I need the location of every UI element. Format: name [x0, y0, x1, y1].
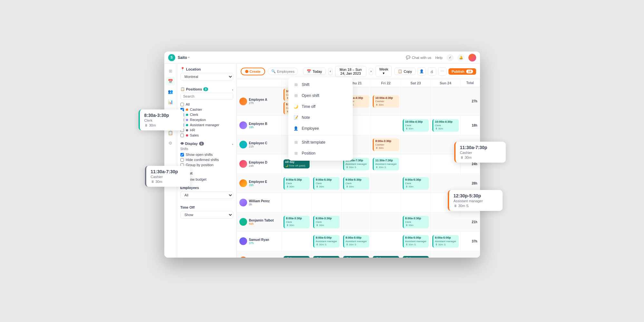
position-asst-manager[interactable]: Assistant manager [180, 122, 233, 128]
positions-toggle[interactable]: ▾ [232, 89, 233, 91]
shift-cell[interactable]: 11:30a-7:30p Assistant manager ⏸ 30m S [371, 155, 401, 174]
shift-cell[interactable] [401, 155, 431, 174]
shift-cell[interactable]: 8:00a-5:00p Assistant manager ⏸ 30m S [341, 232, 371, 251]
position-sales-check[interactable] [180, 134, 184, 137]
user-avatar[interactable] [468, 54, 476, 62]
shift-block[interactable]: 8:00a-3:30p Clerk ⏸ 30m [284, 216, 310, 228]
shift-block[interactable]: 8:00a-5:00p Assistant manager ⏸ 30m S [432, 235, 459, 247]
shift-block-timeoff[interactable]: All day 🌙 Time off (paid) [343, 256, 370, 258]
shift-block[interactable]: 10:00a-4:30p Clerk ⏸ 30m [432, 119, 459, 131]
shift-block[interactable]: 8:00a-3:30p Cashier ⏸ 30m [373, 138, 399, 151]
employees-filter-select[interactable]: All [180, 191, 233, 199]
shift-cell[interactable] [282, 232, 312, 251]
company-name[interactable]: Saito ▾ [178, 55, 189, 60]
nav-home[interactable]: ⊞ [166, 66, 175, 75]
shift-cell[interactable] [371, 174, 401, 193]
show-open-shifts[interactable]: Show open shifts [180, 152, 233, 157]
location-select[interactable]: Montreal [180, 73, 233, 80]
dropdown-time-off[interactable]: 🌙 Time off [288, 101, 353, 112]
help-button[interactable]: Help [435, 56, 443, 60]
dropdown-position[interactable]: ⊞ Position [288, 148, 353, 159]
shift-cell[interactable]: 9:00a-5:30p Clerk ⏸ 30m [341, 174, 371, 193]
shift-cell[interactable]: 8:00a-5:00p Assistant manager ⏸ 30m S [431, 232, 461, 251]
employees-search[interactable]: 🔍 Employees [268, 68, 298, 75]
position-all-check[interactable] [180, 103, 184, 106]
shift-cell[interactable] [401, 135, 431, 154]
shift-cell[interactable] [431, 213, 461, 232]
shift-cell[interactable]: All day 🌙 Time off (paid) [371, 251, 401, 258]
shift-cell[interactable] [371, 213, 401, 232]
shift-cell[interactable] [341, 193, 371, 212]
shift-cell[interactable]: 10:00a-4:30p Cashier ⏸ 30m [371, 87, 401, 116]
dropdown-shift[interactable]: ⊞ Shift [288, 79, 353, 90]
shift-block[interactable]: 8:00a-3:30p Clerk ⏸ 30m [403, 216, 429, 228]
create-button[interactable]: Create [241, 68, 265, 75]
position-reception[interactable]: Reception [180, 117, 233, 122]
shift-block[interactable]: 11:30a-7:30p Assistant manager ⏸ 30m S [373, 158, 399, 170]
shift-block[interactable]: 9:00a-5:30p Clerk ⏸ 30m [343, 177, 370, 189]
shift-block[interactable]: 8:00a-5:00p Assistant manager ⏸ 30m S [313, 235, 340, 247]
shift-cell[interactable]: All day 🌙 Time off (paid) [312, 251, 341, 258]
nav-people[interactable]: 👥 [166, 87, 175, 96]
person-icon[interactable]: 👤 [418, 67, 426, 76]
shift-cell[interactable] [371, 232, 401, 251]
time-off-select[interactable]: Show [180, 211, 233, 219]
today-button[interactable]: 📅 Today [303, 68, 325, 75]
hide-confirmed-check[interactable] [180, 158, 184, 162]
publish-button[interactable]: Publish 18 [448, 68, 476, 75]
shift-block-timeoff[interactable]: All day 🌙 Time off (paid) [284, 256, 310, 258]
shift-block-timeoff[interactable]: All day 🌙 Time off (paid) [284, 159, 310, 168]
position-clerk[interactable]: Clerk [180, 112, 233, 117]
shift-block-timeoff[interactable]: All day 🌙 Time off (paid) [403, 256, 429, 258]
shift-cell[interactable] [401, 87, 431, 116]
shift-block[interactable]: 8:00a-5:00p Assistant manager ⏸ 30m S [343, 235, 370, 247]
dropdown-employee[interactable]: 👤 Employee [288, 123, 353, 134]
dropdown-note[interactable]: 📝 Note [288, 112, 353, 123]
shift-block[interactable]: 10:00a-4:30p Cashier ⏸ 30m [373, 95, 399, 108]
hide-confirmed-shifts[interactable]: Hide confirmed shifts [180, 157, 233, 162]
more-options-icon[interactable]: ⋯ [438, 67, 447, 76]
shift-cell[interactable]: 8:00a-3:30p Cashier ⏸ 30m [371, 135, 401, 154]
copy-button[interactable]: 📋 Copy [394, 68, 416, 75]
display-toggle[interactable]: ▾ [232, 143, 233, 146]
check-icon[interactable]: ✓ [447, 54, 454, 61]
shift-cell[interactable] [282, 193, 312, 212]
position-cashier[interactable]: Cashier [180, 107, 233, 112]
shift-cell[interactable]: 8:00a-3:30p Clerk ⏸ 30m [401, 213, 431, 232]
shift-cell[interactable]: 8:00a-5:00p Assistant manager ⏸ 30m S [312, 232, 341, 251]
print-icon[interactable]: 🖨 [428, 67, 436, 76]
shift-block[interactable]: 9:00a-5:30p Clerk ⏸ 30m [284, 177, 310, 189]
next-week-button[interactable]: › [369, 68, 373, 75]
nav-schedule[interactable]: 📅 [166, 77, 175, 86]
shift-block[interactable]: 8:00a-3:30p Clerk ⏸ 30m [313, 216, 340, 228]
date-range-button[interactable]: Mon 18 – Sun 24, Jan 2023 [335, 66, 366, 77]
shift-cell[interactable]: 10:00a-4:30p Clerk ⏸ 30m [401, 116, 431, 135]
dropdown-open-shift[interactable]: ⊞ Open shift [288, 90, 353, 101]
shift-cell[interactable]: 8:00a-3:30p Clerk ⏸ 30m [282, 213, 312, 232]
shift-cell[interactable]: 9:00a-5:30p Clerk ⏸ 30m [312, 174, 341, 193]
shift-block-timeoff[interactable]: All day 🌙 Time off (paid) [373, 256, 399, 258]
shift-cell[interactable] [371, 116, 401, 135]
shift-cell[interactable]: 8:00a-5:00p Assistant manager ⏸ 30m S [401, 232, 431, 251]
shift-block[interactable]: 9:00a-5:30p Clerk ⏸ 30m [403, 177, 429, 189]
nav-settings[interactable]: ⚙ [166, 138, 175, 147]
shift-cell[interactable] [341, 213, 371, 232]
show-open-shifts-check[interactable] [180, 153, 184, 156]
prev-week-button[interactable]: ‹ [328, 68, 332, 75]
bell-icon[interactable]: 🔔 [457, 54, 465, 61]
position-hr[interactable]: HR [180, 128, 233, 133]
shift-cell[interactable] [371, 193, 401, 212]
shift-block[interactable]: 9:00a-5:30p Clerk ⏸ 30m [313, 177, 340, 189]
positions-search[interactable] [180, 93, 233, 100]
week-selector[interactable]: Week ▾ [376, 66, 392, 77]
shift-cell[interactable]: 8:00a-3:30p Clerk ⏸ 30m [312, 213, 341, 232]
position-all[interactable]: All [180, 102, 233, 107]
shift-cell[interactable] [431, 87, 461, 116]
shift-cell[interactable]: 9:00a-5:30p Clerk ⏸ 30m [401, 174, 431, 193]
shift-cell[interactable]: All day 🌙 Time off (paid) [401, 251, 431, 258]
chat-button[interactable]: 💬 Chat with us [406, 55, 431, 60]
shift-cell[interactable]: All day 🌙 Time off (paid) [341, 251, 371, 258]
position-sales[interactable]: Sales [180, 133, 233, 138]
shift-block-timeoff[interactable]: All day 🌙 Time off (paid) [313, 256, 340, 258]
shift-cell[interactable] [431, 251, 461, 258]
